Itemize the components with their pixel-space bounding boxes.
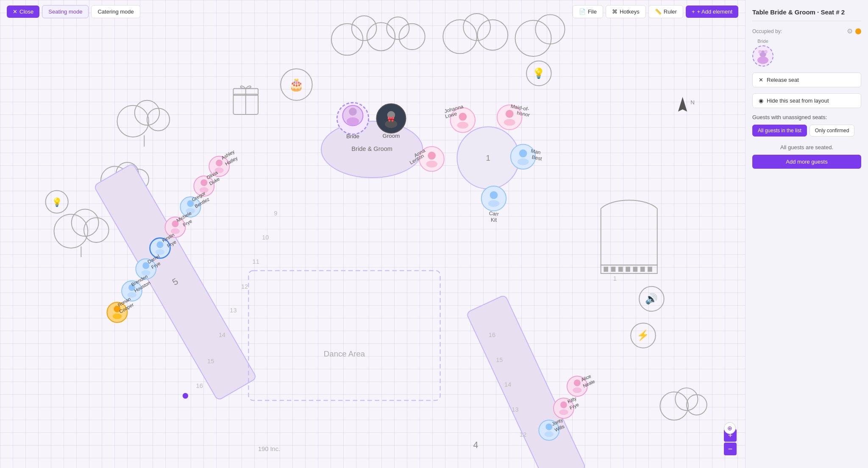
svg-point-147	[545, 432, 554, 437]
svg-point-161	[758, 50, 762, 53]
svg-text:12: 12	[520, 431, 526, 438]
svg-text:🎀: 🎀	[387, 116, 395, 123]
gear-icon[interactable]: ⚙	[847, 27, 853, 35]
svg-point-61	[517, 159, 529, 165]
svg-point-60	[519, 149, 527, 157]
svg-text:Bride: Bride	[346, 133, 359, 139]
svg-text:🔊: 🔊	[645, 292, 658, 305]
toolbar-right: 📄 File ⌘ Hotkeys 📏 Ruler + + Add element	[573, 5, 738, 18]
svg-text:16: 16	[196, 382, 203, 389]
seating-mode-button[interactable]: Seating mode	[42, 5, 89, 18]
svg-text:10: 10	[262, 234, 269, 241]
power-icon: ⚡	[631, 323, 656, 348]
svg-point-108	[113, 314, 122, 319]
svg-text:Carr: Carr	[489, 210, 499, 217]
all-seated-message: All guests are seated.	[752, 144, 861, 150]
svg-point-65	[490, 191, 498, 199]
svg-point-154	[660, 392, 688, 420]
svg-point-136	[574, 379, 581, 386]
add-more-guests-button[interactable]: Add more guests	[752, 155, 861, 169]
svg-point-137	[573, 387, 581, 393]
release-seat-label: Release seat	[767, 77, 799, 83]
ruler-button[interactable]: 📏 Ruler	[648, 5, 683, 18]
only-confirmed-filter-button[interactable]: Only confirmed	[810, 125, 855, 136]
svg-point-7	[477, 20, 508, 50]
occupied-guest: Bride	[752, 39, 861, 67]
hotkeys-label: Hotkeys	[620, 8, 640, 15]
panel-title: Table Bride & Groom · Seat # 2	[752, 8, 861, 21]
svg-point-160	[757, 56, 768, 64]
hotkeys-button[interactable]: ⌘ Hotkeys	[606, 5, 646, 18]
guests-section: Guests with unassigned seats: All guests…	[752, 114, 861, 169]
tree-bottom-right	[660, 388, 707, 420]
svg-point-92	[157, 241, 164, 248]
catering-mode-button[interactable]: Catering mode	[91, 5, 140, 18]
hide-seat-icon: ◉	[759, 98, 763, 104]
svg-text:13: 13	[512, 406, 518, 413]
occupied-section: Occupied by: ⚙ Bride	[752, 27, 861, 67]
file-button[interactable]: 📄 File	[573, 5, 603, 18]
piano	[601, 200, 657, 273]
cake-icon: 🎂	[281, 69, 312, 100]
hide-seat-button[interactable]: ◉ Hide this seat from layout	[752, 93, 861, 108]
table-5[interactable]: 5	[94, 163, 257, 401]
all-guests-filter-label: All guests in the list	[758, 128, 801, 134]
dance-area-label: Dance Area	[324, 349, 365, 358]
svg-text:N: N	[690, 99, 695, 106]
marker-dot	[183, 393, 188, 398]
tree-group-top: 💡	[331, 14, 565, 86]
svg-text:💡: 💡	[532, 67, 545, 79]
svg-point-34	[349, 108, 357, 116]
hotkeys-icon: ⌘	[612, 8, 618, 15]
close-button[interactable]: ✕ Close	[7, 6, 39, 18]
svg-rect-121	[604, 267, 608, 272]
svg-point-56	[426, 161, 437, 167]
svg-rect-124	[626, 267, 630, 272]
all-guests-filter-button[interactable]: All guests in the list	[752, 125, 807, 136]
svg-point-35	[347, 117, 359, 125]
svg-rect-123	[618, 267, 623, 272]
table-4-label: 4	[473, 440, 478, 450]
add-element-button[interactable]: + + Add element	[686, 6, 738, 18]
svg-point-8	[515, 20, 551, 56]
svg-text:13: 13	[230, 307, 236, 314]
svg-text:16: 16	[489, 332, 495, 338]
floor-plan-canvas[interactable]: 💡 💡	[0, 0, 745, 468]
release-seat-button[interactable]: ✕ Release seat	[752, 72, 861, 87]
svg-text:🎂: 🎂	[289, 77, 304, 92]
svg-text:15: 15	[207, 358, 214, 365]
svg-text:11: 11	[253, 258, 259, 265]
svg-rect-126	[640, 267, 645, 272]
svg-point-21	[72, 209, 99, 236]
svg-point-55	[428, 152, 436, 160]
svg-point-162	[764, 50, 768, 53]
svg-point-141	[560, 401, 567, 408]
guest-name-label: Bride	[757, 39, 768, 44]
guest-avatar	[752, 45, 773, 67]
svg-point-5	[443, 20, 477, 54]
svg-text:14: 14	[504, 381, 511, 388]
svg-rect-119	[248, 270, 440, 400]
svg-point-1	[352, 16, 377, 41]
svg-point-20	[54, 214, 88, 248]
occupied-header: Occupied by: ⚙	[752, 27, 861, 35]
svg-point-45	[459, 113, 467, 121]
svg-point-50	[506, 110, 514, 118]
compass-arrow: N	[678, 97, 695, 112]
svg-rect-127	[648, 267, 652, 272]
bride-groom-table[interactable]: Bride & Groom	[321, 121, 423, 178]
occupied-by-label: Occupied by:	[752, 28, 782, 34]
svg-text:15: 15	[496, 357, 503, 363]
add-icon: +	[692, 8, 695, 15]
svg-text:1: 1	[486, 153, 490, 162]
svg-point-77	[200, 179, 207, 186]
zoom-out-button[interactable]: −	[724, 443, 737, 455]
compass-button[interactable]: ⊕	[724, 422, 736, 434]
svg-text:⚡: ⚡	[637, 329, 649, 341]
catering-mode-label: Catering mode	[97, 8, 134, 15]
svg-point-4	[399, 24, 425, 50]
svg-point-66	[488, 200, 500, 207]
table-1[interactable]: 1	[457, 127, 519, 189]
right-panel: Table Bride & Groom · Seat # 2 Occupied …	[745, 0, 868, 468]
only-confirmed-filter-label: Only confirmed	[815, 128, 849, 134]
